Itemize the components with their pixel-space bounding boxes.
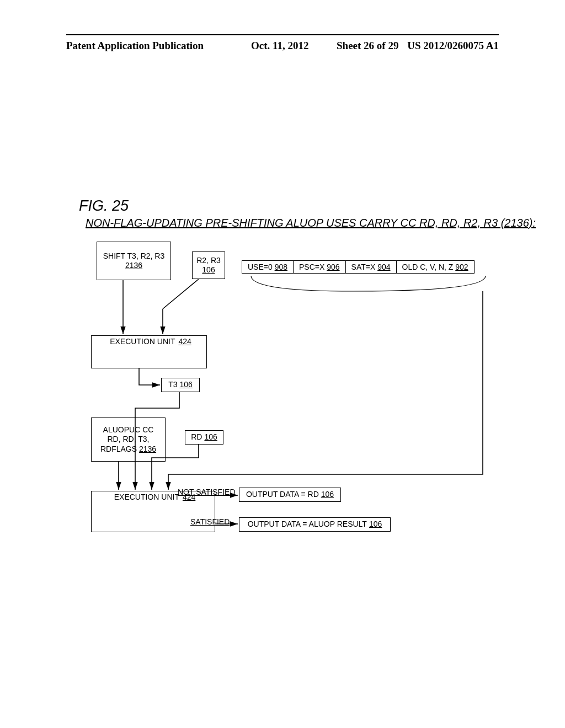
- page: Patent Application Publication Oct. 11, …: [0, 0, 565, 728]
- arrows-layer: [0, 0, 565, 728]
- svg-line-1: [163, 279, 199, 309]
